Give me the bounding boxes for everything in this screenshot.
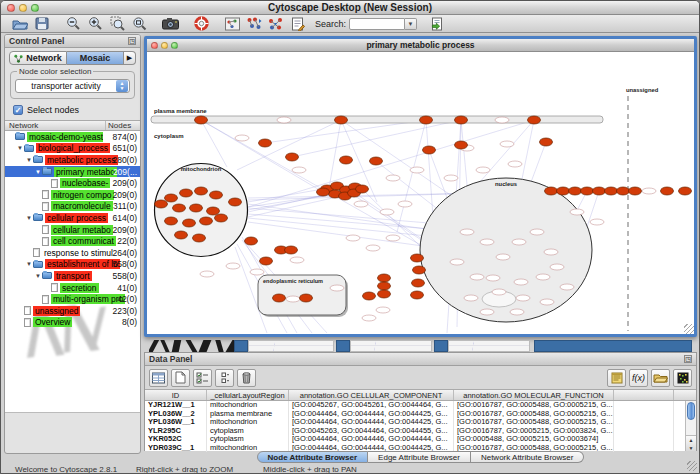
tree-row[interactable]: multi-organism pro42(0) [5, 293, 140, 305]
tree-row[interactable]: Overview8(0) [5, 317, 140, 329]
selected-gene-node[interactable] [195, 116, 208, 124]
table-cell[interactable]: mitochondrion [207, 418, 289, 427]
table-cell[interactable]: [GO:0016787, GO:0005488, GO:0005215, G..… [454, 418, 614, 427]
table-cell[interactable]: [GO:0045267, GO:0045261, GO:0044464, G..… [289, 401, 454, 410]
network-view-titlebar[interactable]: primary metabolic process [147, 39, 694, 52]
tab-edge-attribute-browser[interactable]: Edge Attribute Browser [368, 451, 471, 463]
zoom-in-icon[interactable] [84, 16, 106, 32]
selected-gene-node[interactable] [412, 279, 425, 287]
column-header[interactable]: annotation.GO CELLULAR_COMPONENT [289, 390, 454, 400]
tree-row[interactable]: ▼metabolic process280(0) [5, 154, 140, 166]
gene-node[interactable] [492, 289, 506, 295]
gene-node[interactable] [514, 279, 528, 285]
annotation-icon[interactable] [287, 16, 309, 32]
gene-node[interactable] [290, 257, 304, 263]
tab-node-attribute-browser[interactable]: Node Attribute Browser [257, 451, 369, 463]
matrix-icon[interactable] [673, 369, 692, 387]
gene-node[interactable] [470, 274, 484, 280]
gene-node[interactable] [500, 141, 514, 147]
selected-gene-node[interactable] [260, 257, 273, 265]
selected-gene-node[interactable] [335, 116, 348, 124]
select-attributes-icon[interactable] [193, 369, 212, 387]
selected-gene-node[interactable] [195, 187, 208, 195]
table-cell[interactable]: [GO:0044464, GO:0044446, GO:0044444, G..… [289, 435, 454, 444]
app-titlebar[interactable]: Cytoscape Desktop (New Session) [1, 1, 699, 15]
table-cell[interactable]: [GO:0016787, GO:0005215, GO:0003824, G..… [454, 427, 614, 436]
gene-node[interactable] [464, 295, 478, 301]
tree-row[interactable]: unassigned223(0) [5, 305, 140, 317]
selected-gene-node[interactable] [245, 237, 258, 245]
selected-gene-node[interactable] [300, 294, 313, 302]
table-cell[interactable] [614, 435, 674, 444]
app-resize-grip[interactable] [687, 461, 697, 471]
gene-node[interactable] [398, 201, 412, 207]
tab-network[interactable]: Network [9, 51, 67, 65]
resize-grip[interactable] [684, 324, 694, 334]
gene-node[interactable] [590, 219, 604, 225]
gene-node[interactable] [354, 201, 368, 207]
selected-gene-node[interactable] [340, 156, 353, 164]
gene-node[interactable] [512, 239, 526, 245]
table-cell[interactable]: [GO:0044464, GO:0044444, GO:0044425, G..… [289, 418, 454, 427]
gene-node[interactable] [495, 117, 509, 123]
tree-row[interactable]: ▼biological_process651(0) [5, 143, 140, 155]
disclosure-triangle-icon[interactable]: ▼ [16, 145, 24, 151]
tree-row[interactable]: secretion41(0) [5, 282, 140, 294]
selected-gene-node[interactable] [411, 254, 424, 262]
gene-node[interactable] [346, 235, 360, 241]
selected-gene-node[interactable] [423, 146, 436, 154]
selected-gene-node[interactable] [411, 291, 424, 299]
notepad-icon[interactable] [607, 369, 626, 387]
tree-row[interactable]: ▼transport558(0) [5, 270, 140, 282]
tree-header-nodes[interactable]: Nodes [106, 121, 140, 130]
selected-gene-node[interactable] [363, 292, 376, 300]
delete-attribute-icon[interactable] [237, 369, 256, 387]
scrollbar-thumb[interactable] [687, 402, 695, 420]
table-cell[interactable]: [GO:0016787, GO:0005488, GO:0005215, G..… [454, 410, 614, 419]
node-color-select[interactable]: transporter activity ▲▼ [15, 79, 130, 93]
table-cell[interactable]: plasma membrane [207, 410, 289, 419]
tree-row[interactable]: cellular metabo209(0) [5, 224, 140, 236]
background-window-titlebar[interactable] [534, 340, 692, 352]
gene-node[interactable] [444, 175, 458, 181]
selected-gene-node[interactable] [215, 214, 228, 222]
table-cell[interactable]: YPL036W__1 [145, 418, 207, 427]
column-header[interactable]: annotation.GO MOLECULAR_FUNCTION [454, 390, 614, 400]
snapshot-icon[interactable] [159, 16, 181, 32]
function-builder-icon[interactable]: f(x) [629, 369, 648, 387]
table-cell[interactable]: YPL036W__2 [145, 410, 207, 419]
selected-gene-node[interactable] [569, 187, 582, 195]
overview-panel-icon[interactable] [221, 16, 243, 32]
gene-node[interactable] [410, 167, 424, 173]
attribute-options-icon[interactable] [215, 369, 234, 387]
import-attributes-icon[interactable] [651, 369, 670, 387]
selected-gene-node[interactable] [581, 187, 594, 195]
network-edge[interactable] [292, 120, 461, 157]
selected-gene-node[interactable] [420, 116, 433, 124]
gene-node[interactable] [286, 296, 300, 302]
network-edge[interactable] [397, 120, 426, 232]
selected-gene-node[interactable] [661, 187, 674, 195]
open-session-icon[interactable] [9, 16, 31, 32]
table-row[interactable]: YLR295Ccytoplasm[GO:0045263, GO:0044464,… [145, 427, 696, 436]
more-tabs-icon[interactable]: ▶ [124, 51, 136, 65]
table-cell[interactable]: [GO:0016787, GO:0005488, GO:0005215, G..… [454, 401, 614, 410]
selected-gene-node[interactable] [679, 187, 692, 195]
gene-node[interactable] [530, 229, 544, 235]
float-panel-icon[interactable]: ◳ [684, 355, 692, 363]
tab-network-attribute-browser[interactable]: Network Attribute Browser [471, 451, 584, 463]
background-window-edge[interactable] [336, 340, 350, 352]
tree-row[interactable]: ▼establishment of lo558(0) [5, 259, 140, 271]
gene-node[interactable] [386, 235, 400, 241]
table-row[interactable]: YPL036W__2plasma membrane[GO:0044464, GO… [145, 410, 696, 419]
selected-gene-node[interactable] [356, 185, 369, 193]
gene-node[interactable] [486, 275, 500, 281]
selected-gene-node[interactable] [593, 187, 606, 195]
selected-gene-node[interactable] [378, 290, 391, 298]
table-cell[interactable]: [GO:0005488, GO:0005215, GO:0003674] [454, 435, 614, 444]
table-row[interactable]: YKR052Ccytoplasm[GO:0044464, GO:0044446,… [145, 435, 696, 444]
background-window-fragment[interactable] [350, 340, 432, 352]
gene-node[interactable] [376, 307, 390, 313]
gene-node[interactable] [226, 263, 240, 269]
import-network-icon[interactable] [426, 16, 448, 32]
